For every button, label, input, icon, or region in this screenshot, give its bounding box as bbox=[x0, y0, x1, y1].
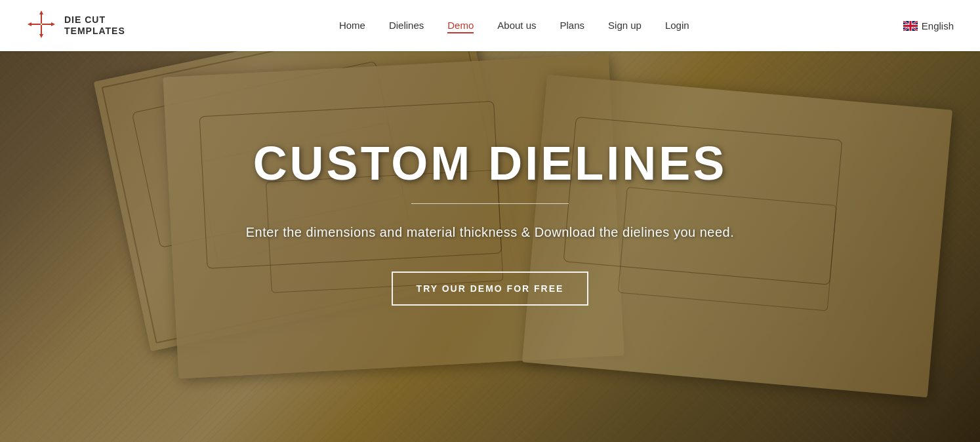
nav-item-plans[interactable]: Plans bbox=[560, 20, 585, 31]
nav-item-demo[interactable]: Demo bbox=[447, 20, 474, 31]
hero-subtitle: Enter the dimensions and material thickn… bbox=[246, 225, 734, 240]
svg-marker-5 bbox=[28, 22, 31, 26]
flag-icon bbox=[903, 21, 918, 31]
nav-item-dielines[interactable]: Dielines bbox=[389, 20, 424, 31]
hero-divider bbox=[411, 203, 569, 204]
hero-content: CUSTOM DIELINES Enter the dimensions and… bbox=[233, 136, 747, 306]
nav-link-signup[interactable]: Sign up bbox=[608, 20, 642, 31]
nav-item-home[interactable]: Home bbox=[339, 20, 365, 31]
logo-line2: TEMPLATES bbox=[64, 26, 125, 37]
navbar: DIE CUT TEMPLATES Home Dielines Demo Abo… bbox=[0, 0, 980, 51]
nav-item-signup[interactable]: Sign up bbox=[608, 20, 642, 31]
logo-link[interactable]: DIE CUT TEMPLATES bbox=[26, 9, 125, 42]
nav-link-about[interactable]: About us bbox=[497, 20, 536, 31]
nav-link-demo[interactable]: Demo bbox=[447, 20, 474, 33]
nav-item-login[interactable]: Login bbox=[665, 20, 689, 31]
svg-rect-16 bbox=[903, 25, 918, 27]
hero-cta-button[interactable]: TRY OUR DEMO FOR FREE bbox=[392, 271, 589, 306]
nav-link-plans[interactable]: Plans bbox=[560, 20, 585, 31]
logo-text: DIE CUT TEMPLATES bbox=[64, 14, 125, 37]
language-selector[interactable]: English bbox=[903, 20, 954, 31]
logo-icon bbox=[26, 9, 56, 42]
nav-link-dielines[interactable]: Dielines bbox=[389, 20, 424, 31]
hero-title: CUSTOM DIELINES bbox=[246, 136, 734, 190]
svg-marker-7 bbox=[51, 22, 55, 26]
hero-section: CUSTOM DIELINES Enter the dimensions and… bbox=[0, 0, 980, 442]
language-label: English bbox=[922, 20, 954, 31]
nav-link-login[interactable]: Login bbox=[665, 20, 689, 31]
nav-item-about[interactable]: About us bbox=[497, 20, 536, 31]
svg-marker-1 bbox=[39, 10, 43, 14]
nav-menu: Home Dielines Demo About us Plans Sign u… bbox=[339, 20, 689, 31]
nav-link-home[interactable]: Home bbox=[339, 20, 365, 31]
logo-line1: DIE CUT bbox=[64, 14, 125, 26]
svg-marker-3 bbox=[39, 34, 43, 38]
